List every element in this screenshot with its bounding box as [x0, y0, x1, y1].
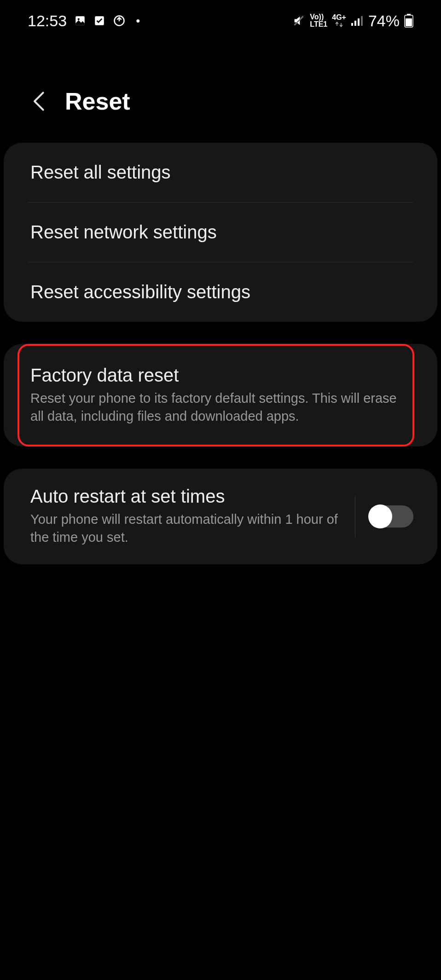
auto-restart-toggle[interactable]	[369, 505, 413, 528]
row-title: Reset all settings	[30, 162, 411, 183]
status-bar: 12:53 ● Vo)) LTE1 4G+ 74%	[0, 0, 441, 41]
status-right: Vo)) LTE1 4G+ 74%	[292, 12, 413, 30]
auto-restart-card: Auto restart at set times Your phone wil…	[4, 469, 437, 564]
svg-point-1	[78, 18, 80, 20]
volte-badge: Vo)) LTE1	[310, 13, 327, 28]
mute-icon	[292, 14, 305, 27]
back-button[interactable]	[30, 90, 46, 112]
factory-data-reset-row[interactable]: Factory data reset Reset your phone to i…	[4, 346, 437, 445]
reset-network-settings-row[interactable]: Reset network settings	[4, 203, 437, 262]
battery-icon	[404, 14, 413, 28]
toggle-separator	[355, 496, 355, 537]
more-icon: ●	[136, 17, 140, 25]
row-title: Factory data reset	[30, 365, 411, 386]
status-left: 12:53 ●	[28, 12, 140, 30]
row-title: Auto restart at set times	[30, 486, 341, 507]
svg-rect-7	[354, 21, 356, 26]
factory-reset-card: Factory data reset Reset your phone to i…	[4, 344, 437, 447]
app-update-icon	[113, 14, 126, 27]
svg-rect-9	[361, 16, 363, 26]
svg-rect-13	[406, 18, 412, 26]
reset-options-card: Reset all settings Reset network setting…	[4, 143, 437, 322]
row-title: Reset network settings	[30, 222, 411, 243]
toggle-knob	[368, 504, 392, 528]
signal-icon	[351, 15, 364, 26]
page-title: Reset	[65, 87, 130, 115]
svg-rect-6	[351, 23, 353, 26]
data-type-badge: 4G+	[332, 14, 346, 28]
reset-all-settings-row[interactable]: Reset all settings	[4, 143, 437, 202]
battery-percent: 74%	[368, 12, 400, 30]
download-complete-icon	[93, 15, 105, 27]
svg-rect-8	[358, 18, 360, 26]
photo-icon	[74, 15, 86, 27]
reset-accessibility-settings-row[interactable]: Reset accessibility settings	[4, 262, 437, 322]
auto-restart-row[interactable]: Auto restart at set times Your phone wil…	[4, 469, 437, 564]
row-desc: Your phone will restart automatically wi…	[30, 510, 341, 546]
status-time: 12:53	[28, 12, 67, 30]
row-title: Reset accessibility settings	[30, 282, 411, 302]
page-header: Reset	[0, 41, 441, 143]
toggle-text: Auto restart at set times Your phone wil…	[30, 486, 350, 546]
row-desc: Reset your phone to its factory default …	[30, 389, 411, 425]
